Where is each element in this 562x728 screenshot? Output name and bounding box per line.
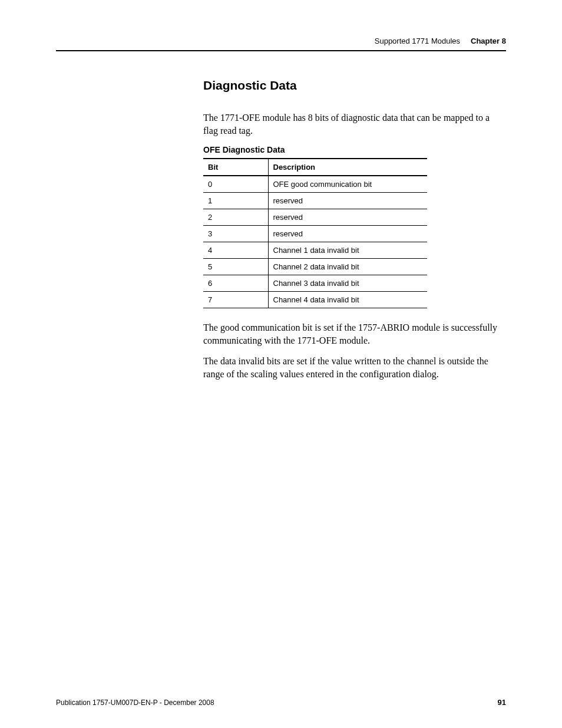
table-row: 5 Channel 2 data invalid bit <box>203 259 427 275</box>
table-cell-bit: 4 <box>203 242 268 259</box>
section-heading: Diagnostic Data <box>203 78 504 93</box>
table-header-bit: Bit <box>203 159 268 176</box>
table-cell-bit: 3 <box>203 226 268 242</box>
table-cell-bit: 7 <box>203 292 268 308</box>
table-cell-bit: 6 <box>203 275 268 292</box>
table-row: 6 Channel 3 data invalid bit <box>203 275 427 292</box>
table-row: 7 Channel 4 data invalid bit <box>203 292 427 308</box>
footer-publication: Publication 1757-UM007D-EN-P - December … <box>56 699 214 707</box>
page-footer: Publication 1757-UM007D-EN-P - December … <box>56 698 506 707</box>
header-title: Supported 1771 Modules <box>375 37 460 45</box>
table-cell-description: Channel 2 data invalid bit <box>268 259 427 275</box>
footer-page-number: 91 <box>498 698 506 707</box>
table-header-description: Description <box>268 159 427 176</box>
content-area: Diagnostic Data The 1771-OFE module has … <box>203 78 504 381</box>
table-row: 3 reserved <box>203 226 427 242</box>
diagnostic-table: Bit Description 0 OFE good communication… <box>203 158 427 308</box>
table-cell-description: Channel 3 data invalid bit <box>268 275 427 292</box>
table-row: 1 reserved <box>203 193 427 209</box>
header-chapter: Chapter 8 <box>471 37 506 45</box>
table-cell-bit: 5 <box>203 259 268 275</box>
table-header-row: Bit Description <box>203 159 427 176</box>
table-cell-bit: 1 <box>203 193 268 209</box>
intro-paragraph: The 1771-OFE module has 8 bits of diagno… <box>203 111 504 137</box>
table-cell-description: reserved <box>268 226 427 242</box>
table-cell-description: reserved <box>268 193 427 209</box>
table-row: 4 Channel 1 data invalid bit <box>203 242 427 259</box>
table-cell-description: reserved <box>268 209 427 226</box>
table-row: 2 reserved <box>203 209 427 226</box>
paragraph-good-communication: The good communication bit is set if the… <box>203 321 504 347</box>
page-header: Supported 1771 Modules Chapter 8 <box>56 37 506 51</box>
table-row: 0 OFE good communication bit <box>203 176 427 193</box>
table-cell-description: Channel 4 data invalid bit <box>268 292 427 308</box>
table-cell-description: Channel 1 data invalid bit <box>268 242 427 259</box>
table-cell-bit: 0 <box>203 176 268 193</box>
table-cell-description: OFE good communication bit <box>268 176 427 193</box>
paragraph-data-invalid: The data invalid bits are set if the val… <box>203 355 504 380</box>
table-cell-bit: 2 <box>203 209 268 226</box>
table-caption: OFE Diagnostic Data <box>203 145 504 154</box>
